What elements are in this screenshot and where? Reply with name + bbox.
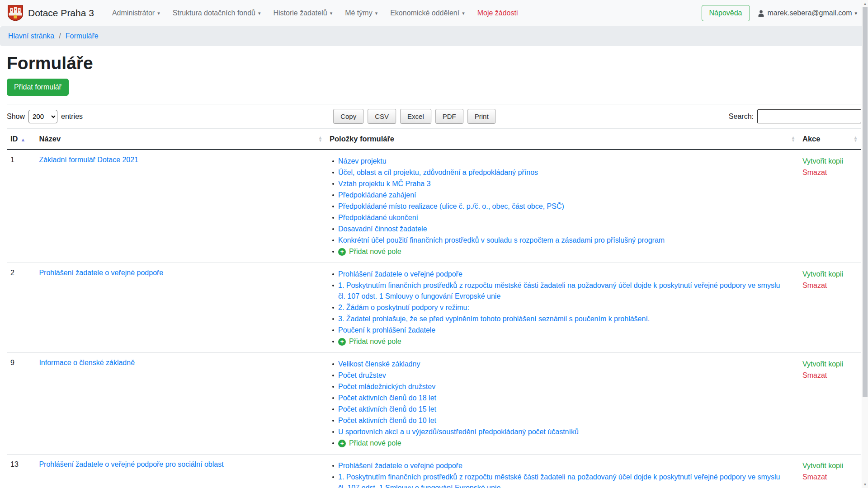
form-field-item: 1. Poskytnutím finančních prostředků z r… [330, 280, 788, 302]
form-field-item: Konkrétní účel použití finančních prostř… [330, 235, 788, 246]
add-new-field-link[interactable]: +Přidat nové pole [338, 246, 401, 257]
user-icon [757, 9, 765, 17]
form-field-link[interactable]: 1. Poskytnutím finančních prostředků z r… [338, 282, 780, 300]
page-length-control: Show 200 entries [7, 110, 83, 123]
excel-button[interactable]: Excel [400, 109, 431, 124]
form-field-link[interactable]: Dosavadní činnost žadatele [338, 225, 427, 233]
nav-item-struktura-dotacnich-fondu[interactable]: Struktura dotačních fondů▾ [166, 5, 267, 21]
nav-item-ekonomicke-oddeleni[interactable]: Ekonomické oddělení▾ [384, 5, 471, 21]
navbar-right: Nápověda marek.sebera@gmail.com ▾ [702, 5, 857, 21]
form-field-item: Velikost členské základny [330, 359, 788, 370]
copy-action-link[interactable]: Vytvořit kopii [802, 269, 858, 280]
form-field-link[interactable]: Vztah projektu k MČ Praha 3 [338, 180, 431, 188]
form-field-item: Poučení k prohlášení žadatele [330, 325, 788, 336]
form-items-list: Velikost členské základnyPočet družstevP… [330, 359, 795, 449]
row-id: 1 [7, 150, 35, 263]
form-field-link[interactable]: Název projektu [338, 157, 387, 165]
nav-item-administrator[interactable]: Administrátor▾ [106, 5, 166, 21]
form-items-list: Název projektuÚčel, oblast a cíl projekt… [330, 156, 795, 257]
copy-button[interactable]: Copy [333, 109, 363, 124]
add-new-field-link[interactable]: +Přidat nové pole [338, 336, 401, 347]
column-header-akce[interactable]: Akce ▲▼ [799, 129, 861, 150]
form-field-link[interactable]: 1. Poskytnutím finančních prostředků z r… [338, 473, 780, 488]
form-field-item: Předpokládané ukončení [330, 212, 788, 223]
vertical-scrollbar[interactable]: ▲ ▼ [862, 0, 868, 488]
column-header-id[interactable]: ID▲ [7, 129, 35, 150]
nav-item-moje-zadosti[interactable]: Moje žádosti [471, 5, 524, 21]
delete-action-link[interactable]: Smazat [802, 472, 858, 483]
search-input[interactable] [757, 109, 861, 123]
form-field-link[interactable]: Počet mládežnických družstev [338, 383, 435, 390]
form-field-item: Předpokládané zahájení [330, 190, 788, 201]
entries-label: entries [61, 113, 83, 121]
search-control: Search: [729, 109, 861, 123]
copy-action-link[interactable]: Vytvořit kopii [802, 359, 858, 370]
brand-title: Dotace Praha 3 [28, 8, 94, 19]
export-buttons: Copy CSV Excel PDF Print [333, 109, 495, 124]
scrollbar-thumb[interactable] [863, 7, 868, 397]
plus-circle-icon: + [338, 338, 346, 346]
add-new-field-link[interactable]: +Přidat nové pole [338, 438, 401, 449]
column-header-polozky[interactable]: Položky formuláře ▲▼ [326, 129, 799, 150]
help-button[interactable]: Nápověda [702, 5, 750, 21]
form-field-link[interactable]: Účel, oblast a cíl projektu, zdůvodnění … [338, 169, 538, 176]
form-field-link[interactable]: Předpokládané zahájení [338, 191, 416, 199]
table-row: 9 Informace o členské základně Velikost … [7, 353, 861, 455]
praha3-coat-of-arms-logo [7, 5, 24, 22]
form-field-link[interactable]: Prohlášení žadatele o veřejné podpoře [338, 270, 462, 278]
form-name-link[interactable]: Informace o členské základně [39, 359, 135, 366]
plus-circle-icon: + [338, 248, 346, 256]
breadcrumb: Hlavní stránka / Formuláře [0, 26, 868, 46]
form-field-item: Počet aktivních členů do 10 let [330, 415, 788, 426]
form-field-link[interactable]: Poučení k prohlášení žadatele [338, 326, 435, 334]
brand[interactable]: Dotace Praha 3 [7, 5, 94, 22]
pdf-button[interactable]: PDF [435, 109, 463, 124]
add-new-field-item: +Přidat nové pole [330, 246, 788, 257]
form-name-link[interactable]: Prohlášení žadatele o veřejné podpoře pr… [39, 460, 223, 468]
form-field-link[interactable]: 2. Žádám o poskytnutí podpory v režimu: [338, 304, 469, 311]
form-field-link[interactable]: Počet družstev [338, 371, 386, 379]
copy-action-link[interactable]: Vytvořit kopii [802, 156, 858, 167]
scroll-down-icon[interactable]: ▼ [862, 481, 868, 488]
sort-icon: ▲▼ [318, 136, 322, 142]
add-new-field-item: +Přidat nové pole [330, 438, 788, 449]
form-field-item: Počet aktivních členů do 15 let [330, 404, 788, 415]
form-name-link[interactable]: Prohlášení žadatele o veřejné podpoře [39, 269, 163, 277]
page-length-select[interactable]: 200 [28, 110, 57, 123]
row-id: 2 [7, 263, 35, 353]
breadcrumb-current-link[interactable]: Formuláře [66, 32, 99, 40]
column-header-nazev[interactable]: Název ▲▼ [35, 129, 326, 150]
row-id: 13 [7, 455, 35, 488]
delete-action-link[interactable]: Smazat [802, 280, 858, 291]
form-field-link[interactable]: Konkrétní účel použití finančních prostř… [338, 236, 665, 244]
form-field-item: Počet aktivních členů do 18 let [330, 393, 788, 404]
delete-action-link[interactable]: Smazat [802, 370, 858, 381]
form-name-link[interactable]: Základní formulář Dotace 2021 [39, 156, 138, 164]
nav-item-me-tymy[interactable]: Mé týmy▾ [339, 5, 384, 21]
search-label: Search: [729, 113, 754, 121]
copy-action-link[interactable]: Vytvořit kopii [802, 460, 858, 471]
user-menu[interactable]: marek.sebera@gmail.com ▾ [757, 9, 858, 17]
form-field-link[interactable]: Předpokládané ukončení [338, 214, 418, 221]
form-field-link[interactable]: Prohlášení žadatele o veřejné podpoře [338, 462, 462, 469]
breadcrumb-home-link[interactable]: Hlavní stránka [8, 32, 54, 40]
form-field-link[interactable]: Počet aktivních členů do 18 let [338, 394, 436, 402]
sort-icon: ▲▼ [791, 136, 795, 142]
form-field-link[interactable]: Počet aktivních členů do 15 let [338, 405, 436, 413]
scroll-up-icon[interactable]: ▲ [862, 0, 868, 7]
form-field-link[interactable]: Předpokládané místo realizace (ulice č. … [338, 202, 564, 210]
add-form-button[interactable]: Přidat formulář [7, 79, 69, 96]
nav-item-historie-zadatelu[interactable]: Historie žadatelů▾ [267, 5, 339, 21]
plus-circle-icon: + [338, 440, 346, 447]
form-field-link[interactable]: Počet aktivních členů do 10 let [338, 417, 436, 424]
table-row: 1 Základní formulář Dotace 2021 Název pr… [7, 150, 861, 263]
row-id: 9 [7, 353, 35, 455]
table-row: 13 Prohlášení žadatele o veřejné podpoře… [7, 455, 861, 488]
csv-button[interactable]: CSV [368, 109, 396, 124]
form-field-link[interactable]: 3. Žadatel prohlašuje, že se před vyplně… [338, 315, 650, 323]
form-field-link[interactable]: Velikost členské základny [338, 360, 420, 368]
delete-action-link[interactable]: Smazat [802, 167, 858, 178]
form-field-link[interactable]: U sportovních akcí a u výjezdů/soustředě… [338, 428, 579, 436]
user-email: marek.sebera@gmail.com [768, 9, 852, 17]
print-button[interactable]: Print [467, 109, 496, 124]
